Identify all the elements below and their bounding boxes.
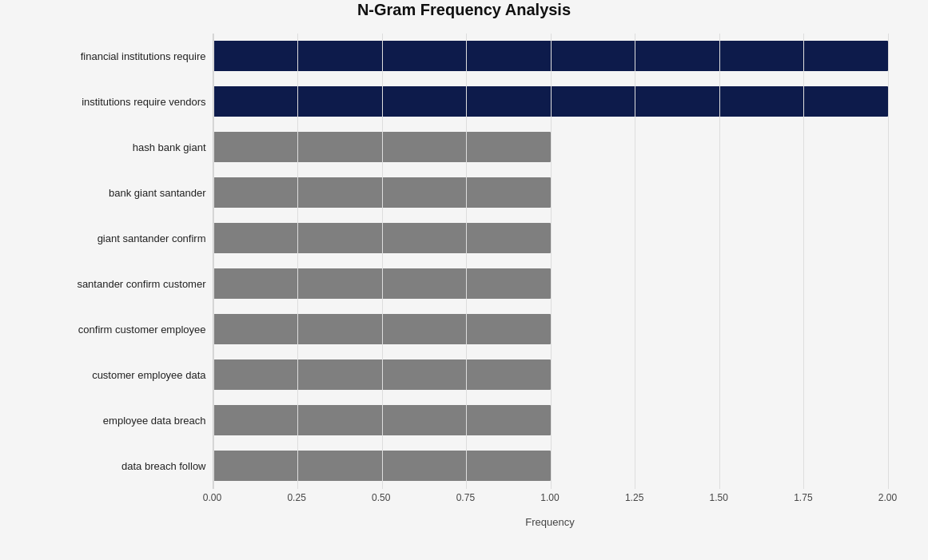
grid-line [888, 34, 889, 489]
x-tick: 0.25 [287, 492, 305, 503]
y-label: bank giant santander [109, 170, 212, 216]
y-label: santander confirm customer [77, 261, 212, 307]
bar [213, 451, 551, 481]
x-tick: 1.00 [540, 492, 559, 503]
bars-rows [213, 34, 888, 489]
bar-row [213, 79, 888, 125]
x-tick: 0.50 [372, 492, 390, 503]
y-label: customer employee data [92, 352, 212, 398]
bar-row [213, 352, 888, 398]
x-tick: 2.00 [878, 492, 897, 503]
x-tick: 1.50 [710, 492, 728, 503]
bars-section [213, 34, 888, 489]
x-ticks: 0.000.250.500.751.001.251.501.752.00 [213, 492, 888, 516]
chart-title: N-Gram Frequency Analysis [41, 1, 888, 19]
bar [213, 359, 551, 390]
chart-area: financial institutions requireinstitutio… [41, 34, 888, 528]
bar [213, 177, 551, 208]
y-label: employee data breach [103, 398, 213, 443]
chart-container: N-Gram Frequency Analysis financial inst… [25, 0, 904, 560]
bar [213, 405, 551, 435]
bar [213, 86, 888, 117]
y-label: giant santander confirm [98, 216, 213, 261]
x-tick: 0.75 [456, 492, 475, 503]
x-axis-label: Frequency [213, 516, 888, 528]
x-tick: 0.00 [203, 492, 221, 503]
x-axis-spacer [41, 492, 213, 516]
y-label: hash bank giant [133, 125, 213, 170]
x-axis: 0.000.250.500.751.001.251.501.752.00 [41, 492, 888, 516]
y-label: data breach follow [121, 443, 213, 489]
grid-and-bars: financial institutions requireinstitutio… [41, 34, 888, 489]
bar-row [213, 170, 888, 216]
y-label: financial institutions require [81, 34, 213, 79]
bar-row [213, 34, 888, 79]
bar-row [213, 261, 888, 307]
y-labels: financial institutions requireinstitutio… [41, 34, 213, 489]
y-label: institutions require vendors [82, 79, 212, 125]
bar-row [213, 125, 888, 170]
bar [213, 41, 888, 71]
bar [213, 132, 551, 162]
bar-row [213, 443, 888, 489]
x-tick: 1.25 [625, 492, 643, 503]
bar-row [213, 216, 888, 261]
x-axis-label-wrapper: Frequency [41, 516, 888, 528]
bar [213, 223, 551, 253]
y-label: confirm customer employee [78, 307, 213, 352]
bar-row [213, 398, 888, 443]
x-tick: 1.75 [794, 492, 812, 503]
bar-row [213, 307, 888, 352]
bar [213, 314, 551, 344]
bar [213, 268, 551, 299]
